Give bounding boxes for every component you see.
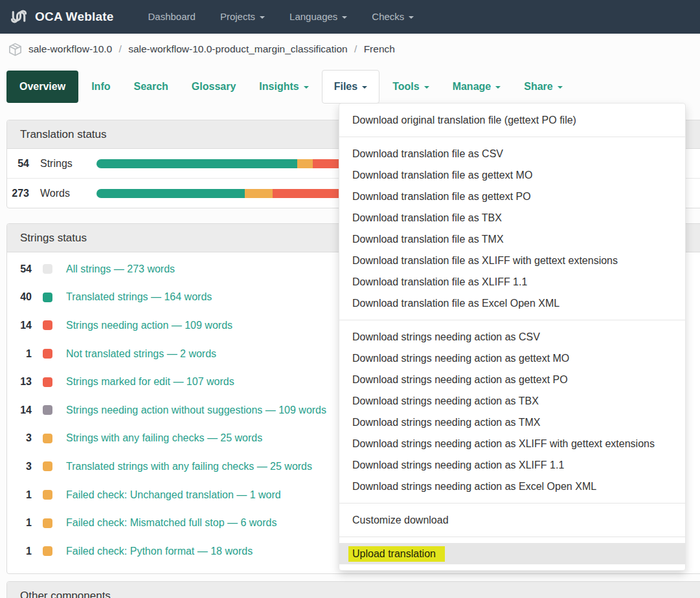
menu-item-download-strings-needing-action-as-tbx[interactable]: Download strings needing action as TBX bbox=[339, 390, 685, 412]
tab-label: Manage bbox=[453, 81, 491, 93]
menu-divider bbox=[339, 137, 685, 137]
status-link[interactable]: Translated strings with any failing chec… bbox=[66, 461, 312, 472]
status-gray-swatch bbox=[43, 264, 52, 274]
menu-item-download-strings-needing-action-as-csv[interactable]: Download strings needing action as CSV bbox=[339, 326, 685, 348]
menu-item-download-original-translation-file-gettext-po-file[interactable]: Download original translation file (gett… bbox=[339, 109, 685, 131]
status-link[interactable]: All strings — 273 words bbox=[66, 263, 175, 275]
breadcrumb-separator: / bbox=[116, 43, 124, 54]
menu-item-customize-download[interactable]: Customize download bbox=[339, 509, 685, 531]
status-link[interactable]: Translated strings — 164 words bbox=[66, 291, 212, 303]
menu-item-upload-translation[interactable]: Upload translation bbox=[339, 543, 685, 564]
menu-item-download-strings-needing-action-as-xliff-1-1[interactable]: Download strings needing action as XLIFF… bbox=[339, 454, 685, 476]
menu-item-download-strings-needing-action-as-tmx[interactable]: Download strings needing action as TMX bbox=[339, 412, 685, 433]
menu-item-download-strings-needing-action-as-gettext-po[interactable]: Download strings needing action as gette… bbox=[339, 369, 685, 390]
status-red-swatch bbox=[43, 377, 52, 387]
tab-info[interactable]: Info bbox=[80, 70, 122, 104]
project-package-icon bbox=[8, 42, 23, 57]
status-orange-swatch bbox=[43, 546, 52, 556]
nav-item-dashboard[interactable]: Dashboard bbox=[136, 0, 208, 34]
status-red-swatch bbox=[43, 320, 52, 330]
status-link[interactable]: Strings needing action — 109 words bbox=[66, 320, 232, 331]
tab-files[interactable]: Files bbox=[322, 70, 379, 104]
menu-item-download-translation-file-as-gettext-po[interactable]: Download translation file as gettext PO bbox=[339, 186, 685, 207]
status-link[interactable]: Not translated strings — 2 words bbox=[66, 348, 216, 360]
menu-item-download-translation-file-as-xliff-1-1[interactable]: Download translation file as XLIFF 1.1 bbox=[339, 271, 685, 293]
weblate-logo-icon bbox=[9, 7, 28, 27]
tab-label: Share bbox=[524, 81, 552, 93]
menu-item-download-translation-file-as-tmx[interactable]: Download translation file as TMX bbox=[339, 228, 685, 250]
breadcrumb: sale-workflow-10.0 / sale-workflow-10.0-… bbox=[8, 39, 395, 59]
nav-item-checks[interactable]: Checks bbox=[359, 0, 426, 34]
stat-count: 54 bbox=[7, 158, 29, 170]
menu-item-download-strings-needing-action-as-excel-open-xml[interactable]: Download strings needing action as Excel… bbox=[339, 476, 685, 497]
menu-item-download-translation-file-as-xliff-with-gettext-extensions[interactable]: Download translation file as XLIFF with … bbox=[339, 250, 685, 271]
page-tabs: OverviewInfoSearchGlossaryInsightsFilesT… bbox=[5, 70, 574, 104]
tab-tools[interactable]: Tools bbox=[381, 70, 440, 104]
breadcrumb-separator: / bbox=[352, 43, 360, 54]
status-count: 40 bbox=[7, 291, 32, 303]
status-orange-swatch bbox=[43, 490, 52, 500]
progress-bar bbox=[96, 159, 367, 168]
status-link[interactable]: Failed check: Python format — 18 words bbox=[66, 546, 253, 557]
files-dropdown-menu: Download original translation file (gett… bbox=[339, 103, 686, 571]
status-count: 54 bbox=[7, 263, 32, 275]
tab-label: Info bbox=[91, 81, 110, 93]
other-components-panel: Other components bbox=[6, 581, 700, 598]
status-count: 1 bbox=[7, 546, 32, 557]
nav-item-languages[interactable]: Languages bbox=[277, 0, 359, 34]
menu-item-download-translation-file-as-gettext-mo[interactable]: Download translation file as gettext MO bbox=[339, 164, 685, 186]
tab-glossary[interactable]: Glossary bbox=[180, 70, 247, 104]
status-count: 1 bbox=[7, 489, 32, 501]
app-title: OCA Weblate bbox=[35, 10, 114, 24]
chevron-down-icon bbox=[260, 16, 265, 19]
stat-label: Words bbox=[40, 188, 79, 199]
status-link[interactable]: Failed check: Mismatched full stop — 6 w… bbox=[66, 517, 277, 529]
menu-divider bbox=[339, 503, 685, 504]
progress-checks-segment bbox=[245, 189, 273, 198]
breadcrumb-link-french[interactable]: French bbox=[364, 43, 395, 54]
nav-item-label: Dashboard bbox=[148, 0, 196, 34]
other-components-title: Other components bbox=[7, 582, 700, 598]
stat-count: 273 bbox=[7, 188, 29, 199]
status-link[interactable]: Strings needing action without suggestio… bbox=[66, 404, 326, 416]
menu-item-download-strings-needing-action-as-gettext-mo[interactable]: Download strings needing action as gette… bbox=[339, 348, 685, 369]
chevron-down-icon bbox=[304, 86, 309, 89]
status-orange-swatch bbox=[43, 461, 52, 471]
menu-item-download-strings-needing-action-as-xliff-with-gettext-extensions[interactable]: Download strings needing action as XLIFF… bbox=[339, 433, 685, 454]
tab-label: Glossary bbox=[192, 81, 236, 93]
status-purple-swatch bbox=[43, 405, 52, 415]
tab-insights[interactable]: Insights bbox=[247, 70, 320, 104]
menu-item-download-translation-file-as-csv[interactable]: Download translation file as CSV bbox=[339, 143, 685, 164]
breadcrumb-link-sale-workflow-10-0[interactable]: sale-workflow-10.0 bbox=[28, 43, 112, 54]
tab-overview[interactable]: Overview bbox=[6, 71, 78, 103]
stat-label: Strings bbox=[40, 158, 79, 170]
tab-label: Search bbox=[133, 81, 168, 93]
menu-divider bbox=[339, 320, 685, 320]
status-link[interactable]: Failed check: Unchanged translation — 1 … bbox=[66, 489, 281, 501]
chevron-down-icon bbox=[409, 16, 414, 19]
tab-search[interactable]: Search bbox=[122, 70, 179, 104]
status-green-swatch bbox=[43, 293, 52, 302]
status-count: 1 bbox=[7, 517, 32, 529]
nav-item-label: Projects bbox=[220, 0, 255, 34]
progress-translated-segment bbox=[96, 159, 297, 168]
tab-manage[interactable]: Manage bbox=[441, 70, 513, 104]
nav-item-label: Languages bbox=[289, 0, 337, 34]
chevron-down-icon bbox=[558, 86, 563, 89]
status-count: 3 bbox=[7, 432, 32, 444]
tab-label: Tools bbox=[392, 81, 419, 93]
tab-label: Overview bbox=[19, 81, 65, 93]
menu-item-download-translation-file-as-tbx[interactable]: Download translation file as TBX bbox=[339, 207, 685, 228]
menu-item-download-translation-file-as-excel-open-xml[interactable]: Download translation file as Excel Open … bbox=[339, 293, 685, 314]
progress-checks-segment bbox=[297, 159, 313, 168]
brand-home-link[interactable]: OCA Weblate bbox=[9, 7, 114, 27]
nav-item-projects[interactable]: Projects bbox=[208, 0, 277, 34]
tab-share[interactable]: Share bbox=[512, 70, 574, 104]
navbar-menu: DashboardProjectsLanguagesChecks bbox=[136, 0, 427, 34]
status-count: 14 bbox=[7, 404, 32, 416]
chevron-down-icon bbox=[424, 86, 429, 89]
status-link[interactable]: Strings marked for edit — 107 words bbox=[66, 376, 234, 388]
status-orange-swatch bbox=[43, 518, 52, 528]
status-link[interactable]: Strings with any failing checks — 25 wor… bbox=[66, 432, 262, 444]
breadcrumb-link-sale-workflow-10-0-product-margin-classification[interactable]: sale-workflow-10.0-product_margin_classi… bbox=[128, 43, 348, 54]
